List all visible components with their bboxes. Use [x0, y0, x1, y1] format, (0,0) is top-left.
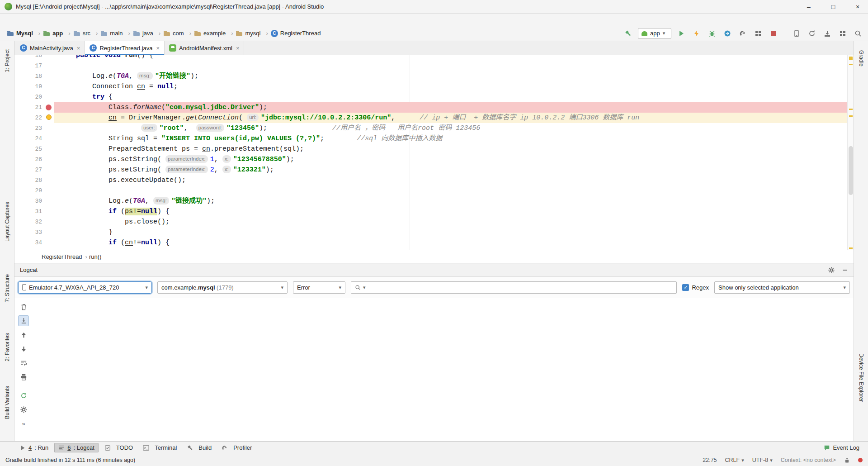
- coverage-button[interactable]: [753, 28, 764, 39]
- process-select[interactable]: com.example.mysql (1779) ▾: [157, 281, 288, 294]
- notification-icon[interactable]: [858, 458, 863, 462]
- tool-button-gradle[interactable]: Gradle: [854, 50, 868, 67]
- menu-item[interactable]: [76, 18, 84, 22]
- code-line[interactable]: 19 Connection cn = null;: [14, 81, 847, 92]
- menu-item[interactable]: [84, 18, 92, 22]
- tool-button-structure[interactable]: 7: Structure: [0, 274, 14, 302]
- tool-window-button[interactable]: 4: Run: [15, 443, 52, 452]
- code-line[interactable]: 34 if (cn!=null) {: [14, 238, 847, 248]
- code-line[interactable]: 30 Log.e(TGA, msg:"链接成功");: [14, 196, 847, 206]
- sdk-manager-button[interactable]: [822, 28, 833, 39]
- code-line[interactable]: 28 ps.executeUpdate();: [14, 175, 847, 185]
- clear-logcat-button[interactable]: [18, 301, 29, 312]
- menu-item[interactable]: [60, 18, 68, 22]
- breadcrumb-item[interactable]: mysql ›: [235, 29, 270, 38]
- context-indicator[interactable]: Context: <no context>: [781, 457, 836, 463]
- down-stack-trace-button[interactable]: [18, 343, 29, 354]
- code-line[interactable]: 18 Log.e(TGA, msg:"开始链接");: [14, 71, 847, 81]
- gear-icon[interactable]: [828, 267, 835, 273]
- up-stack-trace-button[interactable]: [18, 329, 29, 340]
- scroll-to-end-button[interactable]: [18, 315, 29, 326]
- run-config-select[interactable]: app ▾: [638, 28, 671, 39]
- tool-window-button[interactable]: 6: Logcat: [54, 443, 99, 452]
- code-line[interactable]: 27 ps.setString( parameterIndex:2, x:"12…: [14, 165, 847, 175]
- intention-bulb-icon[interactable]: [46, 114, 52, 120]
- editor-tab[interactable]: AndroidManifest.xml ×: [165, 41, 244, 55]
- menu-item[interactable]: [43, 18, 52, 22]
- editor-tab[interactable]: RegisterThread.java ×: [85, 41, 165, 55]
- window-close-button[interactable]: ×: [847, 0, 868, 14]
- tool-button-device-file-explorer[interactable]: Device File Explorer: [854, 353, 868, 402]
- logcat-filter-select[interactable]: Show only selected application ▾: [714, 281, 850, 294]
- hide-panel-icon[interactable]: [842, 267, 848, 273]
- breadcrumb-item[interactable]: com ›: [163, 29, 193, 38]
- menu-item[interactable]: [68, 18, 76, 22]
- logcat-search-box[interactable]: ▾: [351, 281, 677, 294]
- code-line[interactable]: 26 ps.setString( parameterIndex:1, x:"12…: [14, 154, 847, 165]
- avd-manager-button[interactable]: [791, 28, 802, 39]
- code-line[interactable]: 33 }: [14, 227, 847, 238]
- code-line[interactable]: 22 cn = DriverManager.getConnection( url…: [14, 113, 847, 123]
- tool-window-button[interactable]: Profiler: [217, 443, 256, 452]
- menu-item[interactable]: [19, 18, 27, 22]
- window-minimize-button[interactable]: –: [798, 0, 819, 14]
- tool-window-button[interactable]: Build: [183, 443, 216, 452]
- breadcrumb-item[interactable]: src ›: [73, 29, 100, 38]
- tool-button-project[interactable]: 1: Project: [0, 49, 14, 72]
- breadcrumb-class[interactable]: RegisterThread: [42, 253, 82, 260]
- regex-checkbox[interactable]: ✓: [682, 284, 689, 291]
- breadcrumb-item[interactable]: main ›: [100, 29, 132, 38]
- layout-inspector-button[interactable]: [837, 28, 848, 39]
- device-select[interactable]: Emulator 4.7_WXGA_API_28_720 ▾: [18, 281, 152, 294]
- stop-button[interactable]: [768, 28, 779, 39]
- code-line[interactable]: 29: [14, 185, 847, 196]
- code-line[interactable]: 16 public void run() {: [14, 55, 847, 61]
- tool-window-button[interactable]: TODO: [100, 443, 137, 452]
- menu-item[interactable]: [27, 18, 35, 22]
- more-actions-button[interactable]: »: [18, 418, 29, 429]
- caret-position[interactable]: 22:75: [703, 457, 717, 463]
- code-line[interactable]: 17: [14, 61, 847, 71]
- restart-logcat-button[interactable]: [18, 390, 29, 401]
- tool-window-button[interactable]: Terminal: [139, 443, 181, 452]
- attach-debugger-button[interactable]: [722, 28, 733, 39]
- soft-wrap-button[interactable]: [18, 357, 29, 368]
- event-log-button[interactable]: Event Log: [820, 443, 863, 452]
- profile-button[interactable]: [737, 28, 748, 39]
- encoding-indicator[interactable]: UTF-8▾: [752, 457, 773, 463]
- code-line[interactable]: 23 user:"root", password:"123456"); //用户…: [14, 123, 847, 133]
- menu-item[interactable]: [100, 18, 108, 22]
- run-button[interactable]: [676, 28, 687, 39]
- apply-changes-button[interactable]: [691, 28, 702, 39]
- code-editor[interactable]: 16 public void run() {1718 Log.e(TGA, ms…: [14, 55, 854, 250]
- code-line[interactable]: 31 if (ps!=null) {: [14, 206, 847, 217]
- breadcrumb-method[interactable]: run(): [89, 253, 101, 260]
- breakpoint-icon[interactable]: [46, 105, 52, 110]
- scrollbar-thumb[interactable]: [849, 146, 853, 195]
- print-button[interactable]: [18, 371, 29, 382]
- breadcrumb-item[interactable]: java ›: [132, 29, 163, 38]
- tool-button-favorites[interactable]: 2: Favorites: [0, 333, 14, 361]
- code-line[interactable]: 21 Class.forName("com.mysql.jdbc.Driver"…: [14, 102, 847, 113]
- menu-item[interactable]: [92, 18, 100, 22]
- menu-item[interactable]: [11, 18, 19, 22]
- tool-button-build-variants[interactable]: Build Variants: [0, 386, 14, 419]
- build-button[interactable]: [623, 28, 633, 39]
- code-line[interactable]: 20 try {: [14, 92, 847, 102]
- code-line[interactable]: 25 PreparedStatement ps = cn.prepareStat…: [14, 144, 847, 154]
- line-separator-indicator[interactable]: CRLF▾: [725, 457, 744, 463]
- breadcrumb-item[interactable]: example ›: [193, 29, 235, 38]
- menu-item[interactable]: [35, 18, 43, 22]
- code-line[interactable]: 24 String sql = "INSERT INTO users(id,pw…: [14, 133, 847, 144]
- tab-close-icon[interactable]: ×: [77, 45, 80, 52]
- breadcrumb-item[interactable]: Mysql ›: [6, 29, 42, 38]
- search-everywhere-button[interactable]: [853, 28, 863, 39]
- gradle-sync-button[interactable]: [807, 28, 817, 39]
- breadcrumb-item[interactable]: RegisterThread ›: [270, 29, 321, 38]
- log-level-select[interactable]: Error ▾: [293, 281, 345, 294]
- lock-icon[interactable]: [844, 457, 850, 463]
- menu-item[interactable]: [52, 18, 60, 22]
- menu-item[interactable]: [3, 18, 11, 22]
- editor-tab[interactable]: MainActivity.java ×: [15, 41, 85, 55]
- window-maximize-button[interactable]: □: [823, 0, 844, 14]
